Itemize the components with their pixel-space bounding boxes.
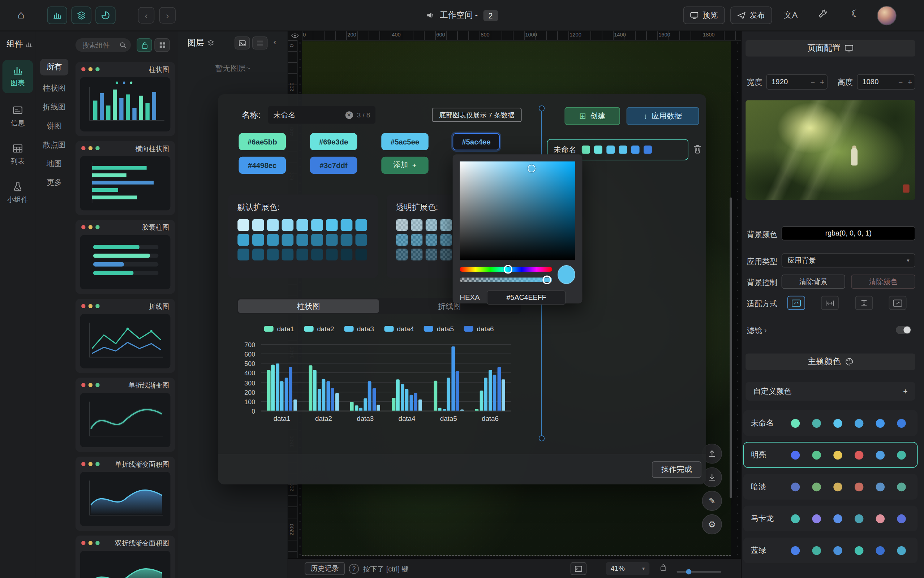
filter-toggle[interactable] [896, 326, 911, 334]
extended-color-swatch[interactable] [267, 219, 279, 231]
pie-mode-button[interactable] [96, 6, 115, 24]
help-icon[interactable]: ? [349, 564, 359, 574]
preview-button[interactable]: 预览 [683, 6, 725, 24]
extended-color-swatch[interactable] [237, 234, 249, 246]
add-color-button[interactable]: 添加 + [381, 157, 428, 174]
canvas-settings-button[interactable]: ⚙ [702, 515, 722, 534]
height-value[interactable]: 1080 [857, 78, 896, 86]
done-button[interactable]: 操作完成 [652, 461, 702, 478]
height-minus-button[interactable]: − [896, 77, 905, 86]
extended-color-swatch[interactable] [296, 234, 308, 246]
zoom-slider[interactable] [677, 571, 721, 573]
legend-item[interactable]: data5 [424, 325, 454, 332]
fit-none-button[interactable] [889, 296, 907, 310]
hue-handle[interactable] [503, 265, 512, 273]
redo-button[interactable]: › [159, 7, 175, 24]
extended-color-swatch[interactable] [296, 248, 308, 260]
extended-color-swatch[interactable] [355, 248, 367, 260]
alpha-slider[interactable] [460, 278, 552, 282]
extended-color-swatch[interactable] [440, 234, 452, 246]
custom-color-row[interactable]: 自定义颜色 + [745, 382, 915, 401]
component-card-line[interactable]: 折线图 [76, 299, 175, 373]
legend-item[interactable]: data3 [344, 325, 374, 332]
layers-thumbnail-view-button[interactable] [234, 36, 250, 49]
saturation-cursor[interactable] [528, 164, 535, 172]
extended-color-swatch[interactable] [282, 219, 294, 231]
width-value[interactable]: 1920 [767, 78, 808, 86]
extended-color-swatch[interactable] [396, 219, 408, 231]
dark-mode-icon[interactable]: ☾ [851, 8, 860, 20]
translate-icon[interactable]: 文A [784, 10, 797, 21]
shortcut-panel-button[interactable] [571, 562, 586, 575]
category-all[interactable]: 所有 [40, 59, 68, 76]
sidebar-item-list[interactable]: 列表 [3, 138, 33, 171]
extended-color-swatch[interactable] [326, 219, 338, 231]
plus-icon[interactable]: + [903, 387, 908, 396]
palette-color-button[interactable]: #5ac4ee [453, 133, 500, 150]
clear-input-icon[interactable]: ✕ [345, 111, 353, 119]
clear-color-button[interactable]: 清除颜色 [851, 274, 915, 289]
category-scatter[interactable]: 散点图 [37, 135, 70, 154]
grid-view-button[interactable] [154, 38, 169, 52]
extended-color-swatch[interactable] [355, 219, 367, 231]
legend-item[interactable]: data1 [264, 325, 294, 332]
page-config-header[interactable]: 页面配置 [745, 40, 915, 57]
extended-color-swatch[interactable] [426, 234, 438, 246]
create-button[interactable]: ⊞ 创建 [564, 107, 620, 125]
theme-row-bright[interactable]: 明亮 [743, 442, 918, 468]
extended-color-swatch[interactable] [440, 248, 452, 260]
sidebar-item-info[interactable]: 信息 [3, 100, 33, 133]
category-bar[interactable]: 柱状图 [37, 79, 70, 98]
height-plus-button[interactable]: + [905, 77, 914, 86]
theme-row-dim[interactable]: 暗淡 [743, 474, 918, 500]
delete-dataset-button[interactable] [693, 144, 702, 154]
sidebar-item-widgets[interactable]: 小组件 [3, 177, 33, 209]
extended-color-swatch[interactable] [426, 219, 438, 231]
category-more[interactable]: 更多 [37, 174, 70, 192]
extended-color-swatch[interactable] [311, 234, 323, 246]
theme-color-header[interactable]: 主题颜色 [745, 354, 915, 370]
extended-color-swatch[interactable] [426, 248, 438, 260]
extended-color-swatch[interactable] [341, 248, 353, 260]
extended-color-swatch[interactable] [396, 234, 408, 246]
layers-list-view-button[interactable] [252, 36, 267, 49]
component-card-capsule[interactable]: 胶囊柱图 [76, 220, 175, 294]
category-map[interactable]: 地图 [37, 154, 70, 173]
extended-color-swatch[interactable] [341, 219, 353, 231]
tab-bar-chart[interactable]: 柱状图 [238, 299, 379, 313]
palette-color-button[interactable]: #3c7ddf [310, 157, 357, 174]
component-search[interactable] [76, 38, 131, 52]
palette-color-button[interactable]: #4498ec [239, 157, 286, 174]
canvas-scrollbar[interactable] [729, 197, 732, 498]
hue-slider[interactable] [460, 267, 552, 272]
extended-color-swatch[interactable] [252, 234, 264, 246]
component-card-gradient-line[interactable]: 单折线渐变图 [76, 378, 175, 452]
zoom-select[interactable]: 41% ▾ [606, 562, 650, 575]
height-stepper[interactable]: 1080 − + [857, 75, 915, 89]
clear-background-button[interactable]: 清除背景 [782, 274, 845, 289]
edit-button[interactable]: ✎ [702, 491, 722, 511]
palette-color-button[interactable]: #6ae5bb [239, 133, 286, 150]
width-minus-button[interactable]: − [808, 77, 817, 86]
width-stepper[interactable]: 1920 − + [766, 75, 828, 89]
extended-color-swatch[interactable] [411, 248, 423, 260]
background-image-preview[interactable] [745, 100, 915, 200]
theme-row-bluegreen[interactable]: 蓝绿 [743, 537, 918, 563]
home-icon[interactable]: ⌂ [18, 8, 24, 21]
component-card-gradient-area[interactable]: 单折线渐变面积图 [76, 456, 175, 531]
theme-row-macaron[interactable]: 马卡龙 [743, 505, 918, 531]
sidebar-item-charts[interactable]: 图表 [3, 60, 33, 93]
extended-color-swatch[interactable] [355, 234, 367, 246]
zoom-slider-handle[interactable] [686, 569, 691, 575]
extended-color-swatch[interactable] [282, 234, 294, 246]
fit-width-button[interactable] [822, 296, 839, 310]
extended-color-swatch[interactable] [411, 219, 423, 231]
component-card-hbar[interactable]: 横向柱状图 [76, 141, 175, 215]
theme-row-unnamed[interactable]: 未命名 [743, 410, 918, 436]
undo-button[interactable]: ‹ [138, 7, 155, 24]
scheme-name-input[interactable]: 未命名 ✕ 3 / 8 [268, 106, 375, 124]
category-line[interactable]: 折线图 [37, 98, 70, 117]
width-plus-button[interactable]: + [817, 77, 827, 86]
extended-color-swatch[interactable] [326, 248, 338, 260]
lock-filter-button[interactable] [136, 38, 152, 52]
